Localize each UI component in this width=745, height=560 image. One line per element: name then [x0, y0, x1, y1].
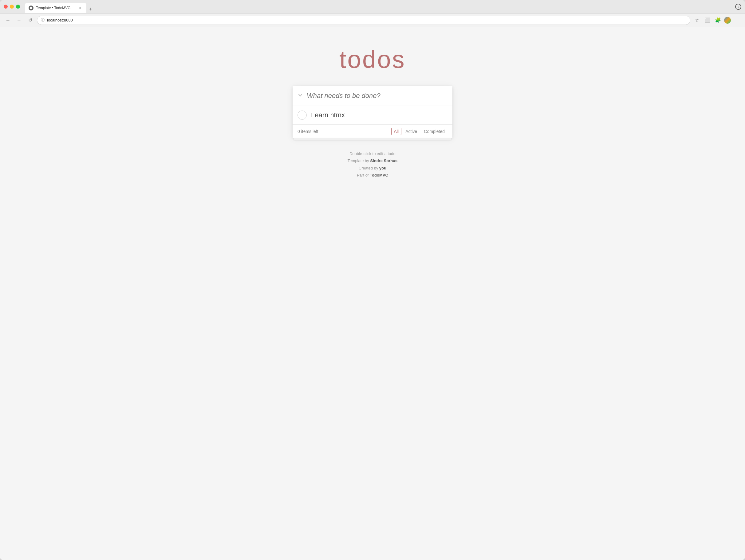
todo-label: Learn htmx: [311, 111, 345, 119]
toggle-all-button[interactable]: [297, 93, 303, 99]
todo-item: Learn htmx: [293, 106, 452, 124]
maximize-button[interactable]: [16, 5, 20, 9]
footer-template-author: Sindre Sorhus: [370, 159, 397, 163]
profile-avatar[interactable]: [724, 17, 731, 24]
menu-button[interactable]: ⋮: [733, 16, 741, 25]
lock-icon: ⓘ: [41, 18, 44, 23]
svg-point-0: [30, 7, 32, 9]
filter-all-button[interactable]: All: [391, 128, 402, 135]
extensions-button[interactable]: 🧩: [714, 16, 722, 25]
back-button[interactable]: ←: [4, 16, 12, 25]
todo-app: Learn htmx 0 items left All Active Compl…: [293, 86, 452, 138]
todo-footer: 0 items left All Active Completed: [293, 124, 452, 138]
filter-completed-button[interactable]: Completed: [421, 128, 448, 135]
footer-line4: Part of TodoMVC: [348, 172, 398, 179]
footer-created-prefix: Created by: [359, 166, 379, 170]
filter-buttons: All Active Completed: [391, 128, 448, 135]
download-icon: ↓: [735, 4, 741, 10]
browser-tabs: Template • TodoMVC × +: [25, 0, 733, 13]
nav-actions: ☆ ⬜ 🧩 ⋮: [693, 16, 741, 25]
address-bar[interactable]: ⓘ localhost:8080: [37, 16, 690, 25]
footer-todomvc-link[interactable]: TodoMVC: [370, 173, 388, 177]
traffic-lights: [4, 5, 20, 9]
browser-nav: ← → ↺ ⓘ localhost:8080 ☆ ⬜ 🧩 ⋮: [0, 13, 745, 27]
footer-template-prefix: Template by: [348, 159, 370, 163]
app-footer: Double-click to edit a todo Template by …: [348, 150, 398, 179]
filter-active-button[interactable]: Active: [402, 128, 420, 135]
todo-checkbox[interactable]: [297, 110, 307, 120]
browser-window: Template • TodoMVC × + ↓ ← → ↺ ⓘ localho…: [0, 0, 745, 560]
footer-created-author: you: [379, 166, 386, 170]
close-button[interactable]: [4, 5, 8, 9]
active-tab[interactable]: Template • TodoMVC ×: [25, 3, 86, 13]
reload-button[interactable]: ↺: [26, 16, 34, 25]
tab-close-button[interactable]: ×: [78, 5, 83, 10]
items-left: 0 items left: [297, 129, 391, 134]
footer-line2: Template by Sindre Sorhus: [348, 157, 398, 164]
url-text: localhost:8080: [47, 18, 73, 23]
browser-content: todos Learn htmx 0 items left: [0, 27, 745, 560]
todo-input[interactable]: [307, 92, 448, 100]
footer-line1: Double-click to edit a todo: [348, 150, 398, 157]
new-tab-button[interactable]: +: [86, 5, 95, 13]
footer-part-prefix: Part of: [357, 173, 370, 177]
tab-favicon: [29, 5, 33, 10]
footer-line3: Created by you: [348, 165, 398, 172]
tab-title: Template • TodoMVC: [36, 6, 75, 10]
app-title: todos: [339, 45, 406, 74]
tab-search-button[interactable]: ⬜: [703, 16, 712, 25]
minimize-button[interactable]: [10, 5, 14, 9]
bookmark-button[interactable]: ☆: [693, 16, 701, 25]
browser-titlebar: Template • TodoMVC × + ↓: [0, 0, 745, 13]
forward-button[interactable]: →: [15, 16, 23, 25]
todo-input-row: [293, 86, 452, 106]
